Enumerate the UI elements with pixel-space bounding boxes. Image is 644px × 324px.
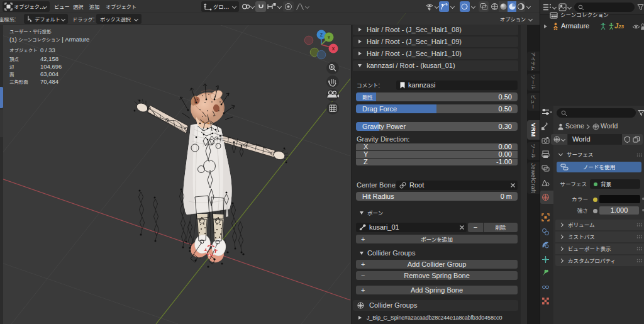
svg-text:X: X [332,47,335,51]
svg-text:Z: Z [320,33,323,37]
svg-text:Y: Y [328,35,331,40]
